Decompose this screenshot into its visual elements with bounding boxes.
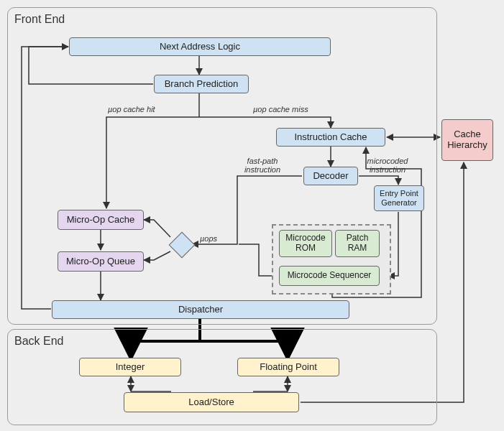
microcode-sequencer: Microcode Sequencer (279, 266, 380, 286)
micro-op-cache: Micro-Op Cache (58, 210, 144, 230)
label-microcoded: microcoded instruction (364, 157, 411, 174)
branch-prediction: Branch Prediction (154, 75, 249, 93)
label-uops: µops (200, 234, 217, 243)
decoder: Decoder (303, 167, 358, 185)
patch-ram: Patch RAM (335, 230, 380, 257)
label-uop-hit: µop cache hit (108, 105, 155, 113)
label-fast-path: fast-path instruction (241, 157, 284, 174)
micro-op-queue: Micro-Op Queue (58, 251, 144, 272)
front-end-title: Front End (14, 13, 65, 26)
load-store-unit: Load/Store (124, 392, 299, 412)
label-uop-miss: µop cache miss (253, 105, 308, 113)
integer-unit: Integer (79, 358, 181, 376)
dispatcher: Dispatcher (52, 300, 349, 319)
instruction-cache: Instruction Cache (276, 128, 385, 147)
floating-point-unit: Floating Point (237, 358, 339, 376)
cache-hierarchy: Cache Hierarchy (441, 119, 493, 161)
next-address-logic: Next Address Logic (69, 37, 331, 56)
entry-point-generator: Entry Point Generator (374, 185, 424, 211)
back-end-title: Back End (14, 335, 63, 348)
diagram-canvas: Front End Back End Next Address Logic Br… (0, 0, 504, 431)
microcode-rom: Microcode ROM (279, 230, 332, 257)
